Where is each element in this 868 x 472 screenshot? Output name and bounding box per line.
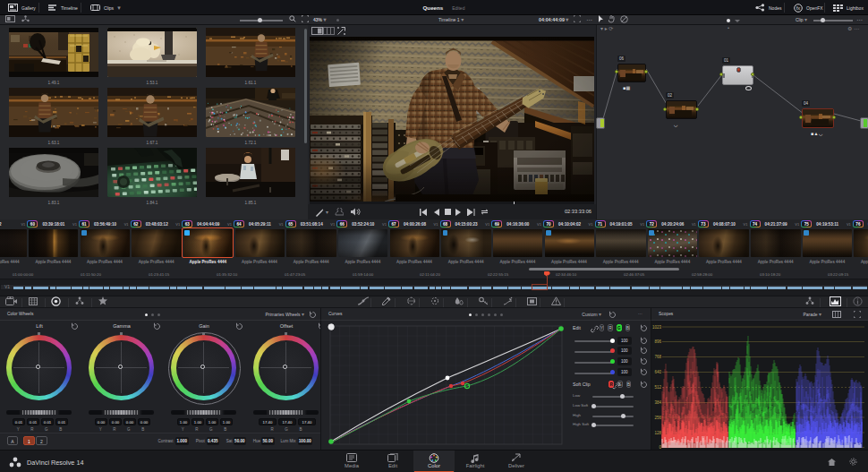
svg-text:128: 128 [654, 431, 661, 435]
svg-text:512: 512 [654, 385, 661, 390]
svg-text:1023: 1023 [652, 325, 662, 330]
svg-text:896: 896 [654, 339, 661, 344]
svg-text:768: 768 [654, 355, 661, 359]
svg-text:384: 384 [654, 400, 661, 405]
svg-text:fx: fx [796, 5, 801, 11]
svg-text:256: 256 [654, 416, 661, 420]
svg-text:640: 640 [654, 370, 661, 374]
